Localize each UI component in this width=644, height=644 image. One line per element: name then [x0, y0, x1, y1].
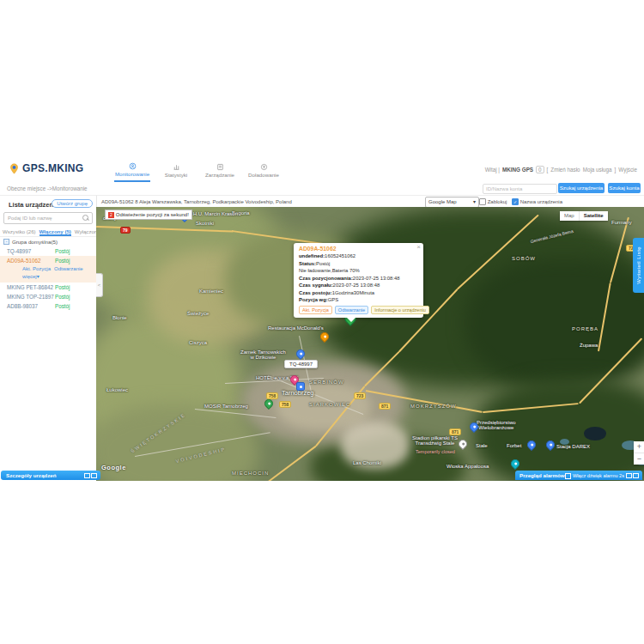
popup-info-line: Status:Postój	[299, 260, 419, 268]
tab-statistics[interactable]: Statystyki	[158, 159, 194, 182]
popup-info-lines: undefined:16052451062Status:PostójNie ła…	[299, 252, 419, 304]
greeting: Witaj |	[485, 167, 500, 173]
message-count-badge[interactable]: 0	[536, 166, 544, 173]
tab-topup[interactable]: Doładowanie	[246, 159, 282, 182]
road-badge: 79	[120, 227, 131, 234]
device-action-link[interactable]: Odtwarzanie	[54, 266, 83, 271]
map-label: Wioska Appaloosa	[447, 464, 489, 469]
lock-option[interactable]: Zablokuj	[479, 198, 507, 205]
map-label: SOBÓW	[512, 256, 536, 261]
popup-button-blue[interactable]: Odtwarzanie	[335, 306, 368, 314]
device-row[interactable]: AD8B-98037Postój	[0, 301, 96, 311]
popup-button-yellow[interactable]: Informacje o urządzeniu	[371, 306, 429, 314]
search-icon[interactable]	[82, 215, 88, 221]
my-service-link[interactable]: Moja usługa	[583, 167, 612, 173]
popup-info-line: undefined:16052451062	[299, 252, 419, 260]
popup-info-line: Czas pozycjonowania:2023-07-25 13:08:48	[299, 275, 419, 283]
main-nav: Monitorowanie Statystyki Zarządzanie Doł…	[114, 159, 282, 182]
alarm-sound-label: Włącz dźwięk alarmu 2s	[573, 473, 624, 478]
tab-label: Zarządzanie	[205, 172, 234, 178]
google-attribution: Google	[101, 464, 126, 471]
expand-icon[interactable]	[91, 473, 97, 478]
alarm-overview-bar[interactable]: Przegląd alarmów Włącz dźwięk alarmu 2s	[515, 471, 642, 480]
popup-button-orange[interactable]: Akt. Pozycja	[299, 306, 332, 314]
search-device-button[interactable]: Szukaj urządzenia	[558, 183, 605, 193]
lock-checkbox[interactable]	[479, 198, 486, 205]
device-search-input[interactable]: Podaj ID lub nazwę	[3, 212, 93, 224]
details-bar-label: Szczegóły urządzeń	[6, 472, 56, 478]
device-status: Postój	[55, 256, 70, 265]
device-address: AD09A-51062 8 Aleja Warszawska, Tarnobrz…	[101, 199, 292, 204]
road-badge: 723	[354, 392, 366, 399]
refresh-notice-text: Odświeżenie pozycji za sekund!	[116, 212, 189, 217]
device-row[interactable]: AD09A-51062Postój	[0, 256, 96, 265]
map-label: MOKRZYSZÓW	[410, 404, 457, 409]
map-label: Żupawa	[580, 343, 598, 348]
device-actions: Akt. PozycjaOdtwarzanie	[0, 265, 96, 273]
account-search-input[interactable]: ID/Nazwa konta	[483, 184, 557, 194]
device-name-checkbox[interactable]: ✓	[512, 198, 519, 205]
sidebar-title: Lista urządzeń	[9, 201, 53, 209]
minimize-icon[interactable]	[626, 473, 632, 478]
alarm-sound-checkbox[interactable]	[565, 473, 571, 479]
minimize-icon[interactable]	[84, 473, 90, 478]
lock-label: Zablokuj	[488, 199, 507, 204]
create-group-button[interactable]: Utwórz grupę	[52, 199, 93, 208]
device-name-option[interactable]: ✓ Nazwa urządzenia	[512, 198, 562, 205]
device-details-bar[interactable]: Szczegóły urządzeń	[1, 471, 100, 480]
tab-label: Doładowanie	[248, 172, 279, 178]
sidebar-collapse-handle[interactable]: <	[96, 273, 103, 297]
device-name-tooltip[interactable]: TQ-48997	[284, 360, 318, 368]
logout-link[interactable]: Wyjście	[618, 167, 637, 173]
zoom-out-button[interactable]: −	[634, 453, 644, 465]
device-group-row[interactable]: - Grupa domyślna(5)	[3, 239, 58, 245]
map-type-map-button[interactable]: Map	[560, 211, 580, 221]
device-row[interactable]: MKING TOP-21897Postój	[0, 292, 96, 301]
tab-label: Monitorowanie	[115, 171, 149, 177]
device-name: AD8B-98037	[7, 301, 38, 311]
device-name: MKING PET-86842	[7, 283, 53, 292]
secondary-bar: Obecne miejsce ->Monitorowanie ID/Nazwa …	[0, 183, 644, 195]
account-name[interactable]: MKING GPS	[502, 167, 533, 173]
close-icon[interactable]: ×	[416, 243, 421, 251]
device-row[interactable]: TQ-48997Postój	[0, 246, 96, 256]
management-icon	[216, 163, 224, 171]
device-more-link[interactable]: więcej▾	[22, 274, 39, 279]
device-row[interactable]: MKING PET-86842Postój	[0, 283, 96, 292]
expand-icon[interactable]	[633, 473, 639, 478]
tab-monitoring[interactable]: Monitorowanie	[114, 159, 150, 182]
map-label: Furmany	[611, 220, 632, 225]
device-actions: więcej▾	[0, 273, 96, 281]
device-name-label: Nazwa urządzenia	[520, 199, 562, 204]
group-collapse-icon[interactable]: -	[3, 239, 9, 245]
show-list-side-tab[interactable]: Wyświetl Listę	[633, 238, 644, 293]
poi-marker-blue[interactable]	[295, 348, 307, 360]
map-canvas[interactable]: 2 Odświeżenie pozycji za sekund! Map Sat…	[96, 207, 644, 481]
zoom-in-button[interactable]: +	[634, 441, 644, 453]
map-provider-value: Google Map	[428, 197, 457, 207]
map-type-satellite-button[interactable]: Satellite	[580, 211, 608, 221]
tab-management[interactable]: Zarządzanie	[202, 159, 238, 182]
bracket: [	[547, 167, 549, 173]
poi-marker-white[interactable]	[457, 438, 469, 450]
device-info-popup: AD09A-51062 × undefined:16052451062Statu…	[294, 243, 423, 318]
refresh-notice: 2 Odświeżenie pozycji za sekund!	[105, 210, 192, 220]
popup-info-line: Nie ładowanie,Bateria 70%	[299, 267, 419, 275]
topup-icon	[260, 163, 268, 171]
filter-tab[interactable]: Wszystko (26)	[3, 228, 36, 236]
statistics-icon	[173, 163, 180, 171]
map-label: Kamieniec	[199, 289, 223, 294]
change-password-link[interactable]: Zmień hasło	[550, 167, 580, 173]
map-label: Przedsiębiorstwo Wielobranżowe	[477, 420, 516, 430]
map-label: Las Chomiki	[353, 460, 381, 465]
map-label: Stacja DAREX	[556, 444, 590, 449]
poi-marker-device[interactable]	[296, 382, 305, 391]
map-label: MIECHOCIN	[232, 471, 269, 476]
device-action-link[interactable]: Akt. Pozycja	[22, 266, 51, 271]
device-search-placeholder: Podaj ID lub nazwę	[8, 216, 52, 221]
logo-text: GPS.MKING	[22, 162, 83, 174]
search-account-button[interactable]: Szukaj konta	[608, 183, 641, 193]
filter-tab[interactable]: Włączony (5)	[39, 228, 71, 236]
map-label: Błonie	[112, 315, 127, 320]
logo[interactable]: GPS.MKING	[9, 162, 83, 174]
